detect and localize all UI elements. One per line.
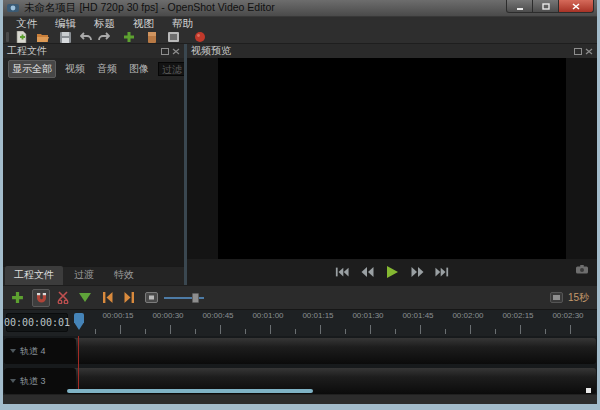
transport-controls	[187, 259, 597, 285]
undo-icon[interactable]	[80, 31, 92, 43]
zoom-scale-label: 15秒	[568, 291, 589, 305]
tab-effects[interactable]: 特效	[105, 266, 143, 285]
window-controls	[506, 0, 594, 13]
fast-forward-icon[interactable]	[409, 266, 425, 278]
menu-bar: 文件 编辑 标题 视图 帮助	[3, 17, 597, 31]
zoom-scale-icon[interactable]	[550, 292, 563, 303]
menu-view[interactable]: 视图	[124, 17, 163, 31]
ruler-label: 00:01:15	[294, 311, 342, 320]
timeline-zoom-slider[interactable]	[164, 292, 204, 304]
filter-image-button[interactable]: 图像	[126, 61, 152, 77]
chevron-down-icon	[10, 349, 16, 353]
track-label: 轨道 4	[20, 345, 46, 358]
tab-transitions[interactable]: 过渡	[65, 266, 103, 285]
main-area: 工程文件 显示全部 视频 音频 图像 工程文件 过	[3, 44, 597, 285]
video-frame	[218, 58, 566, 259]
menu-help[interactable]: 帮助	[163, 17, 202, 31]
main-toolbar	[3, 31, 597, 44]
title-bar: 未命名项目 [HD 720p 30 fps] - OpenShot Video …	[3, 0, 597, 17]
previous-marker-icon[interactable]	[100, 291, 114, 305]
choose-profile-icon[interactable]	[146, 31, 158, 43]
menu-edit[interactable]: 编辑	[46, 17, 85, 31]
ruler-label: 00:00:45	[194, 311, 242, 320]
play-icon[interactable]	[384, 266, 400, 278]
menu-title[interactable]: 标题	[85, 17, 124, 31]
filter-row: 显示全部 视频 音频 图像	[3, 58, 184, 80]
jump-to-end-icon[interactable]	[434, 266, 450, 278]
project-files-title: 工程文件	[7, 44, 161, 58]
close-panel-icon[interactable]	[585, 48, 593, 55]
timeline-ruler[interactable]: 00:00:00:01 00:00:15 00:00:30 00:00:45 0…	[3, 309, 597, 336]
ruler-label: 00:02:15	[494, 311, 542, 320]
project-files-list[interactable]	[3, 80, 184, 266]
zoom-fit-icon[interactable]	[144, 291, 158, 305]
ruler-label: 00:00:30	[144, 311, 192, 320]
video-preview-area	[187, 58, 597, 259]
add-marker-icon[interactable]	[78, 291, 92, 305]
bottom-tabs: 工程文件 过渡 特效	[3, 266, 184, 285]
video-preview-title: 视频预览	[191, 44, 574, 58]
import-files-icon[interactable]	[123, 31, 135, 43]
razor-tool-icon[interactable]	[56, 291, 70, 305]
playhead-line	[78, 336, 79, 392]
open-project-icon[interactable]	[37, 31, 49, 43]
snapping-toggle-icon[interactable]	[32, 289, 50, 307]
ruler-label: 00:01:30	[344, 311, 392, 320]
timeline-toolbar: 15秒	[3, 285, 597, 309]
add-track-icon[interactable]	[10, 291, 24, 305]
close-button[interactable]	[559, 0, 594, 13]
close-panel-icon[interactable]	[172, 48, 180, 55]
ruler-label: 00:01:00	[244, 311, 292, 320]
video-preview-header: 视频预览	[187, 44, 597, 58]
track-lane[interactable]	[4, 338, 596, 364]
ruler-label: 00:02:30	[544, 311, 592, 320]
window-frame: 未命名项目 [HD 720p 30 fps] - OpenShot Video …	[3, 0, 597, 404]
capture-frame-icon[interactable]	[576, 260, 588, 278]
project-files-header: 工程文件	[3, 44, 184, 58]
window-title: 未命名项目 [HD 720p 30 fps] - OpenShot Video …	[24, 1, 275, 15]
filter-audio-button[interactable]: 音频	[94, 61, 120, 77]
scrollbar-thumb[interactable]	[67, 389, 313, 393]
zoom-slider-handle[interactable]	[192, 293, 199, 303]
chevron-down-icon	[10, 379, 16, 383]
filter-video-button[interactable]: 视频	[62, 61, 88, 77]
new-project-icon[interactable]	[15, 31, 27, 43]
toolbar-grip[interactable]	[6, 32, 9, 42]
rewind-icon[interactable]	[359, 266, 375, 278]
status-bar	[3, 394, 597, 404]
track-label: 轨道 3	[20, 375, 46, 388]
ruler-label: 00:01:45	[394, 311, 442, 320]
project-files-panel: 工程文件 显示全部 视频 音频 图像 工程文件 过	[3, 44, 184, 285]
playhead-marker[interactable]	[74, 313, 84, 330]
export-video-icon[interactable]	[194, 31, 206, 43]
float-panel-icon[interactable]	[161, 48, 169, 55]
openshot-window: 未命名项目 [HD 720p 30 fps] - OpenShot Video …	[0, 0, 600, 410]
save-project-icon[interactable]	[59, 31, 71, 43]
video-preview-panel: 视频预览	[187, 44, 597, 285]
app-icon	[7, 3, 19, 13]
jump-to-start-icon[interactable]	[334, 266, 350, 278]
track-header[interactable]: 轨道 4	[4, 338, 76, 364]
tab-project-files[interactable]: 工程文件	[5, 266, 63, 285]
ruler-label: 00:00:15	[94, 311, 142, 320]
filter-show-all-button[interactable]: 显示全部	[8, 60, 56, 78]
playhead-timecode: 00:00:00:01	[6, 313, 68, 332]
scrollbar-end-grip[interactable]	[586, 388, 591, 393]
next-marker-icon[interactable]	[122, 291, 136, 305]
timeline-horizontal-scrollbar[interactable]	[3, 388, 597, 394]
ruler-label: 00:02:00	[444, 311, 492, 320]
menu-file[interactable]: 文件	[7, 17, 46, 31]
redo-icon[interactable]	[98, 31, 110, 43]
fullscreen-icon[interactable]	[167, 31, 179, 43]
timeline-tracks: 轨道 4 轨道 3	[3, 336, 597, 394]
maximize-button[interactable]	[533, 0, 559, 13]
minimize-button[interactable]	[506, 0, 533, 13]
float-panel-icon[interactable]	[574, 48, 582, 55]
